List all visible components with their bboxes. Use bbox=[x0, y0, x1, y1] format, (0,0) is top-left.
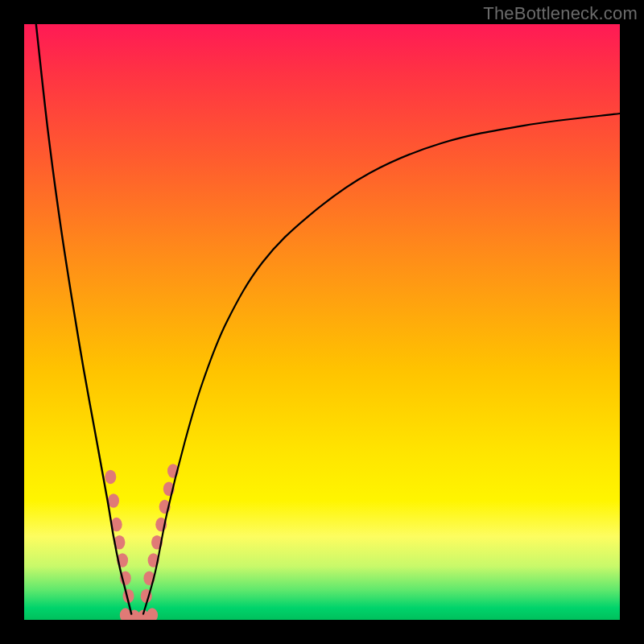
curve-right-branch bbox=[143, 114, 620, 614]
data-marker bbox=[108, 493, 119, 508]
chart-svg bbox=[24, 24, 620, 620]
marker-layer bbox=[105, 464, 179, 620]
data-marker bbox=[147, 608, 158, 620]
plot-area bbox=[24, 24, 620, 620]
chart-stage: TheBottleneck.com bbox=[0, 0, 644, 644]
watermark-text: TheBottleneck.com bbox=[483, 3, 638, 24]
data-marker bbox=[105, 470, 116, 485]
